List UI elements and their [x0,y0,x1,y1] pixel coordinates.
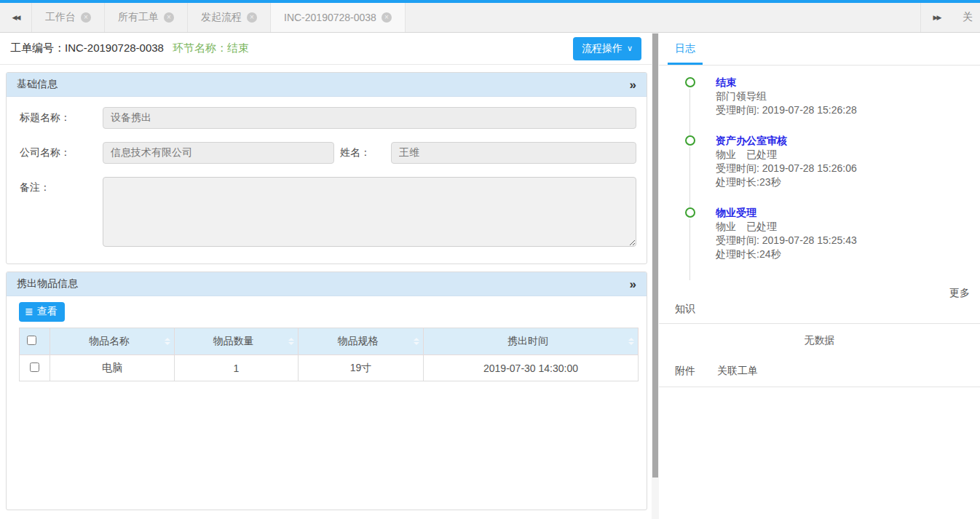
collapse-panel-icon[interactable]: » [630,79,636,91]
sort-icon [628,338,634,345]
close-all-label: 关 [963,11,973,24]
timeline-handler: 物业 已处理 [716,148,970,162]
tab-all-orders[interactable]: 所有工单 × [105,3,188,32]
tab-label: 发起流程 [201,11,242,24]
list-icon: ≣ [25,306,33,317]
order-number: 工单编号：INC-20190728-0038 [10,41,164,55]
item-name-cell: 电脑 [50,355,175,381]
column-header-carry-time[interactable]: 携出时间 [424,328,639,355]
tab-label: 所有工单 [118,11,159,24]
timeline-node-icon [685,135,695,146]
sort-icon [288,338,294,345]
close-all-tabs-button[interactable]: 关 [952,3,980,32]
timeline-accept-time: 受理时间: 2019-07-28 15:26:06 [716,162,970,175]
process-action-label: 流程操作 [582,42,623,55]
company-name-field-row: 公司名称： 姓名： [17,142,636,164]
more-row: 更多 [659,278,980,300]
close-icon[interactable]: × [382,12,392,23]
main-area: 工单编号：INC-20190728-0038 环节名称：结束 流程操作 ∨ 基础… [0,33,980,519]
tabbar-spacer [406,3,920,32]
close-icon[interactable]: × [81,12,91,23]
basic-info-panel: 基础信息 » 标题名称： 公司名称： 姓名： [6,72,647,264]
column-header-item-spec[interactable]: 物品规格 [299,328,424,355]
carried-items-panel-header: 携出物品信息 » [7,272,647,296]
no-data-text: 无数据 [659,324,980,360]
basic-info-body: 标题名称： 公司名称： 姓名： 备注： [7,97,647,264]
carry-time-cell: 2019-07-30 14:30:00 [424,355,639,381]
timeline-item: 资产办公室审核 物业 已处理 受理时间: 2019-07-28 15:26:06… [685,134,970,206]
tab-attachments[interactable]: 附件 [675,365,695,378]
timeline-accept-time: 受理时间: 2019-07-28 15:26:28 [716,103,970,117]
company-input[interactable] [103,142,334,164]
row-select-cell [20,355,50,381]
items-table: 物品名称 物品数量 物品规格 [19,328,639,381]
sort-icon [165,338,170,345]
sidebar-tabs: 日志 [659,33,980,66]
tab-inc-order[interactable]: INC-20190728-0038 × [271,3,406,32]
knowledge-label: 知识 [675,303,695,314]
basic-info-panel-header: 基础信息 » [7,73,647,97]
tab-start-process[interactable]: 发起流程 × [188,3,271,32]
step-name: 环节名称：结束 [173,41,249,55]
name-input[interactable] [391,142,636,164]
carried-items-body: ≣ 查看 物品名称 [7,296,647,387]
title-input[interactable] [103,107,636,129]
column-header-item-quantity[interactable]: 物品数量 [175,328,299,355]
sort-icon [414,338,419,345]
tab-workbench[interactable]: 工作台 × [32,3,105,32]
remark-field-row: 备注： [17,177,636,249]
double-left-arrow-icon: ◀◀ [12,14,20,21]
title-field-label: 标题名称： [17,107,103,124]
column-header-item-name[interactable]: 物品名称 [50,328,175,355]
close-icon[interactable]: × [164,12,174,23]
timeline-step-link[interactable]: 资产办公室审核 [716,134,970,148]
scroll-tabs-left-button[interactable]: ◀◀ [0,3,32,32]
timeline-node-icon [685,77,695,87]
more-link[interactable]: 更多 [949,287,970,298]
timeline-accept-time: 受理时间: 2019-07-28 15:25:43 [716,234,970,247]
timeline-handler: 物业 已处理 [716,220,970,234]
timeline-duration: 处理时长:24秒 [716,247,970,261]
title-field-row: 标题名称： [17,107,636,129]
select-all-header-cell [20,328,50,355]
view-button-label: 查看 [37,305,58,318]
tab-log[interactable]: 日志 [668,33,703,65]
carried-items-title: 携出物品信息 [17,277,78,290]
row-checkbox[interactable] [30,362,39,372]
work-order-detail-pane: 工单编号：INC-20190728-0038 环节名称：结束 流程操作 ∨ 基础… [0,33,659,519]
timeline-handler: 部门领导组 [716,90,970,103]
close-icon[interactable]: × [247,12,257,23]
timeline-node-icon [685,207,695,218]
tab-related-orders[interactable]: 关联工单 [717,365,758,378]
tab-label: INC-20190728-0038 [284,12,376,23]
timeline-item: 结束 部门领导组 受理时间: 2019-07-28 15:26:28 [685,76,970,134]
item-quantity-cell: 1 [175,355,299,381]
items-table-header-row: 物品名称 物品数量 物品规格 [20,328,639,355]
log-timeline: 结束 部门领导组 受理时间: 2019-07-28 15:26:28 资产办公室… [659,66,980,278]
scroll-tabs-right-button[interactable]: ▶▶ [920,3,952,32]
table-row[interactable]: 电脑 1 19寸 2019-07-30 14:30:00 [20,355,639,381]
chevron-down-icon: ∨ [627,44,633,53]
tab-bar: ◀◀ 工作台 × 所有工单 × 发起流程 × INC-20190728-0038… [0,0,980,33]
remark-textarea[interactable] [103,177,636,247]
process-action-button[interactable]: 流程操作 ∨ [573,37,641,60]
carried-items-panel: 携出物品信息 » ≣ 查看 物品名称 [6,272,647,510]
remark-field-label: 备注： [17,177,103,194]
timeline-step-link[interactable]: 物业受理 [716,206,970,220]
right-sidebar: 日志 结束 部门领导组 受理时间: 2019-07-28 15:26:28 资产… [659,33,980,519]
order-header: 工单编号：INC-20190728-0038 环节名称：结束 流程操作 ∨ [0,33,652,65]
view-button[interactable]: ≣ 查看 [19,302,65,322]
vertical-scrollbar[interactable] [652,33,659,519]
collapse-panel-icon[interactable]: » [630,278,636,290]
select-all-checkbox[interactable] [27,336,36,345]
knowledge-section-header[interactable]: 知识 [659,300,980,324]
basic-info-title: 基础信息 [17,78,58,91]
item-spec-cell: 19寸 [299,355,424,381]
scrollbar-thumb[interactable] [652,33,658,478]
tab-label: 工作台 [45,11,76,24]
name-field-label: 姓名： [334,142,391,159]
timeline-duration: 处理时长:23秒 [716,175,970,189]
timeline-step-link[interactable]: 结束 [716,76,970,90]
company-field-label: 公司名称： [17,142,103,159]
double-right-arrow-icon: ▶▶ [933,14,941,21]
